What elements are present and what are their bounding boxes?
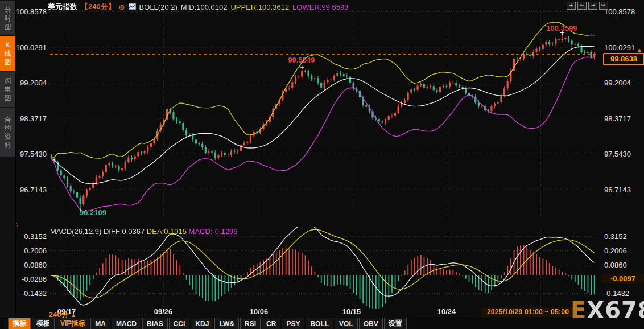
sidebar-item-label: 图 (5, 94, 11, 102)
toolbar-item-ma[interactable]: MA (90, 318, 110, 329)
toolbar-item-kdj[interactable]: KDJ (191, 318, 213, 329)
current-bar-time: 2025/10/29 01:00 ~ 05:00 (481, 307, 575, 317)
date-tick-label: 10/15 (335, 307, 369, 316)
symbol-name: 美元指数 (48, 2, 77, 12)
add-compare-icon[interactable]: ⊕ (119, 3, 125, 11)
chart-type-sidebar: 分时图K线图闪电图合约资料 (0, 0, 16, 329)
chart-header: 美元指数 【240分】 ⊕ BOLL(20,2) MID:100.0102 UP… (48, 2, 348, 12)
sidebar-item-kline[interactable]: K线图 (0, 36, 15, 71)
macd-hist-value: MACD:-0.1296 (189, 227, 238, 236)
macd-params: MACD(26,12,9) (50, 227, 101, 236)
sidebar-item-label: 线 (5, 50, 11, 58)
trading-app-window: 分时图K线图闪电图合约资料 美元指数 【240分】 ⊕ BOLL(20,2) M… (0, 0, 644, 329)
date-axis: 2025/10/29 01:00 ~ 05:00 09/1709/2610/06… (0, 307, 644, 317)
sidebar-item-label: 图 (5, 58, 11, 67)
sidebar-item-contract-info[interactable]: 合约资料 (0, 108, 15, 157)
timeframe-label: 【240分】 (81, 2, 115, 12)
macd-current-value-tag: -0.0097 (602, 274, 644, 283)
macd-diff-value: DIFF:0.0367 (104, 227, 145, 236)
pan-right-icon[interactable]: ↦ (599, 2, 608, 10)
toolbar-item-bias[interactable]: BIAS (142, 318, 168, 329)
date-tick-label: 09/26 (146, 307, 180, 316)
price-up-arrow-icon: ▲ (637, 47, 642, 53)
sidebar-item-label: 资 (5, 133, 11, 141)
candlestick-chart[interactable] (50, 5, 596, 221)
boll-label: BOLL(20,2) (139, 3, 177, 11)
sidebar-item-timeshare[interactable]: 分时图 (0, 1, 15, 35)
boll-chart-icon (129, 3, 136, 11)
toolbar-item-macd[interactable]: MACD (112, 318, 141, 329)
swing-high-marker: 99.5549 (276, 56, 327, 64)
boll-upper-value: UPPER:100.3612 (230, 3, 289, 11)
macd-dea-value: DEA:0.1015 (147, 227, 187, 236)
sidebar-item-label: 合 (5, 116, 11, 124)
toolbar-item-lw[interactable]: LW& (214, 318, 239, 329)
sidebar-item-label: 图 (5, 23, 11, 31)
toolbar-item-settings[interactable]: 设置 (384, 318, 407, 329)
sidebar-item-label: 约 (5, 124, 11, 133)
sidebar-item-label: 时 (5, 14, 11, 23)
macd-chart[interactable] (50, 225, 596, 310)
toolbar-item-psy[interactable]: PSY (282, 318, 304, 329)
axis-label: 0.3152 (604, 232, 627, 240)
boll-lower-value: LOWER:99.6593 (292, 3, 348, 11)
low-price-marker: 96.2109 (80, 208, 106, 217)
chart-window-controls: +⇤⇥↦ (567, 2, 608, 10)
current-price-tag: 99.8638 (603, 53, 644, 65)
date-tick-label: 10/06 (242, 307, 276, 316)
macd-header: MACD(26,12,9) DIFF:0.0367 DEA:0.1015 MAC… (50, 227, 238, 236)
sidebar-item-label: 电 (5, 85, 11, 94)
axis-label: 0.0860 (604, 261, 627, 269)
toolbar-item-indicator[interactable]: 指标 (8, 318, 31, 329)
zoom-out-icon[interactable]: ⇤ (577, 2, 587, 10)
toolbar-item-rsi[interactable]: RSI (240, 318, 261, 329)
sidebar-item-label: 分 (5, 6, 11, 14)
toolbar-item-boll[interactable]: BOLL (306, 318, 333, 329)
toolbar-item-cci[interactable]: CCI (169, 318, 190, 329)
axis-label: 0.2006 (604, 246, 627, 254)
toolbar-item-vol[interactable]: VOL (335, 318, 358, 329)
toolbar-item-vip-indicator[interactable]: VIP指标 (56, 318, 89, 329)
crosshair-icon[interactable]: + (567, 2, 576, 10)
toolbar-item-template[interactable]: 模板 (32, 318, 55, 329)
toolbar-item-obv[interactable]: OBV (359, 318, 383, 329)
indicator-toolbar: 指标模板VIP指标MAMACDBIASCCIKDJLW&RSICRPSYBOLL… (0, 318, 644, 329)
date-tick-label: 10/24 (430, 307, 464, 316)
sidebar-item-label: K (5, 41, 10, 50)
sidebar-item-label: 闪 (5, 77, 11, 85)
zoom-in-icon[interactable]: ⇥ (588, 2, 597, 10)
sidebar-item-label: 料 (5, 141, 11, 150)
sidebar-item-lightning[interactable]: 闪电图 (0, 72, 15, 107)
high-price-marker: 100.3599 (535, 24, 589, 32)
boll-mid-value: MID:100.0102 (181, 3, 228, 11)
toolbar-item-cr[interactable]: CR (262, 318, 280, 329)
axis-label: -0.1432 (604, 289, 629, 297)
